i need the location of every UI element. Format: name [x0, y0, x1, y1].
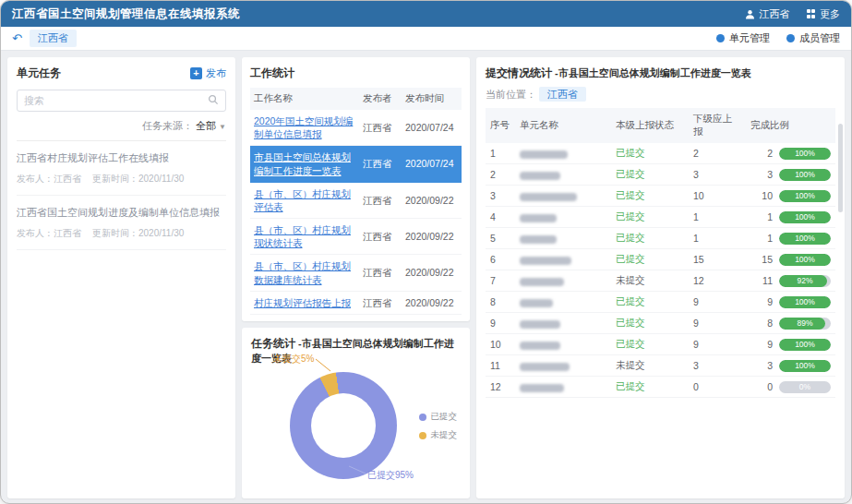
submission-status-panel: 提交情况统计 -市县国土空间总体规划编制工作进度一览表 当前位置： 江西省 序号… [476, 57, 845, 498]
back-icon[interactable]: ↶ [12, 31, 22, 45]
submission-table: 序号单元名称本级上报状态下级应上报完成比例 1已提交22100%2已提交3310… [486, 108, 835, 398]
work-date-cell: 2020/09/22 [402, 255, 462, 291]
done-count: 2 [767, 148, 773, 159]
work-item-link[interactable]: 村庄规划评估报告上报 [254, 297, 351, 308]
unit-management-icon [716, 34, 725, 42]
completion-wrap: 10100% [750, 190, 831, 202]
member-management-link[interactable]: 成员管理 [786, 31, 840, 45]
header-actions: 江西省 更多 [745, 7, 841, 21]
member-management-label: 成员管理 [799, 31, 840, 45]
row-number-cell: 8 [486, 292, 515, 313]
due-count-cell: 9 [689, 313, 746, 334]
breadcrumb[interactable]: 江西省 [30, 30, 77, 47]
table-row[interactable]: 市县国土空间总体规划编制工作进度一览表江西省2020/07/24 [250, 146, 462, 182]
due-count-cell: 3 [689, 164, 746, 186]
search-icon[interactable] [208, 92, 219, 109]
search-input[interactable] [24, 95, 208, 106]
progress-label: 100% [779, 148, 831, 160]
row-number-cell: 1 [486, 143, 515, 164]
work-item-link[interactable]: 市县国土空间总体规划编制工作进度一览表 [254, 151, 351, 175]
completion-wrap: 9100% [750, 339, 831, 351]
table-row[interactable]: 5已提交11100% [486, 228, 835, 249]
publish-button[interactable]: + 发布 [190, 66, 226, 80]
work-publisher-cell: 江西省 [359, 291, 402, 314]
table-row[interactable]: 2已提交33100% [486, 164, 835, 186]
column-header: 工作名称 [250, 88, 359, 110]
table-row[interactable]: 11未提交33100% [486, 355, 835, 377]
table-row[interactable]: 7未提交121192% [486, 270, 835, 292]
table-row[interactable]: 6已提交1515100% [486, 249, 835, 270]
unit-name-redacted [520, 257, 571, 265]
work-item-link[interactable]: 县（市、区）村庄规划评估表 [254, 188, 351, 212]
unit-name-redacted [520, 214, 557, 222]
more-menu[interactable]: 更多 [807, 7, 841, 21]
row-number-cell: 6 [486, 249, 515, 270]
table-row[interactable]: 12已提交000% [486, 377, 835, 398]
table-row[interactable]: 8已提交99100% [486, 292, 835, 313]
row-number-cell: 12 [486, 377, 515, 398]
unit-name-redacted [520, 235, 557, 244]
table-row[interactable]: 9已提交9889% [486, 313, 835, 334]
work-item-link[interactable]: 县（市、区）村庄规划现状统计表 [254, 224, 351, 248]
unit-name-cell [515, 143, 611, 164]
chart-callout-unsubmitted: 未提交5% [273, 353, 314, 366]
completion-cell: 2100% [746, 143, 835, 164]
scrollbar[interactable] [838, 124, 843, 212]
work-item-link[interactable]: 县（市、区）村庄规划数据建库统计表 [254, 260, 351, 284]
status-badge: 已提交 [616, 295, 645, 306]
publish-label: 发布 [206, 66, 226, 80]
unit-management-label: 单元管理 [729, 31, 770, 45]
progress-label: 100% [779, 254, 831, 266]
table-row[interactable]: 县（市、区）村庄规划现状统计表江西省2020/09/22 [250, 219, 462, 255]
task-source-select[interactable]: 全部 ▼ [196, 120, 226, 131]
status-cell: 已提交 [611, 228, 689, 249]
submission-status-title: 提交情况统计 -市县国土空间总体规划编制工作进度一览表 [486, 66, 835, 81]
main-area: 单元任务 + 发布 任务来源： 全部 ▼ 江西省村庄规划评估工作在线填报发布人：… [1, 51, 851, 504]
breadcrumb-bar: ↶ 江西省 单元管理 成员管理 [1, 27, 851, 51]
table-row[interactable]: 4已提交11100% [486, 207, 835, 228]
work-publisher-cell: 江西省 [359, 110, 402, 146]
progress-pill: 100% [779, 190, 831, 202]
completion-cell: 1100% [746, 207, 835, 228]
list-item[interactable]: 江西省村庄规划评估工作在线填报发布人：江西省更新时间：2020/11/30 [17, 141, 226, 196]
legend-item[interactable]: 已提交 [419, 411, 458, 423]
work-name-cell: 县（市、区）村庄规划现状统计表 [250, 219, 359, 255]
unit-name-cell [515, 228, 611, 249]
user-menu[interactable]: 江西省 [745, 7, 790, 21]
chart-callout-submitted: 已提交95% [367, 469, 414, 482]
status-cell: 已提交 [611, 207, 689, 228]
table-row[interactable]: 县（市、区）村庄规划评估表江西省2020/09/22 [250, 182, 462, 218]
unit-name-redacted [520, 342, 560, 350]
legend-dot-icon [419, 414, 426, 421]
table-row[interactable]: 县（市、区）村庄规划数据建库统计表江西省2020/09/22 [250, 255, 462, 291]
work-statistics-title: 工作统计 [250, 66, 462, 81]
progress-label: 100% [779, 190, 831, 202]
status-cell: 已提交 [611, 164, 689, 186]
task-title[interactable]: 江西省国土空间规划进度及编制单位信息填报 [17, 206, 226, 221]
work-item-link[interactable]: 2020年国土空间规划编制单位信息填报 [254, 115, 353, 139]
table-row[interactable]: 3已提交1010100% [486, 186, 835, 207]
status-cell: 已提交 [611, 249, 689, 270]
completion-cell: 9100% [746, 292, 835, 313]
list-item[interactable]: 江西省国土空间规划进度及编制单位信息填报发布人：江西省更新时间：2020/11/… [17, 196, 226, 250]
unit-management-link[interactable]: 单元管理 [716, 31, 770, 45]
column-header: 发布者 [359, 88, 402, 110]
legend-item[interactable]: 未提交 [419, 429, 458, 441]
done-count: 1 [767, 211, 773, 222]
status-cell: 已提交 [611, 143, 689, 164]
completion-cell: 9100% [746, 334, 835, 355]
table-row[interactable]: 10已提交99100% [486, 334, 835, 355]
done-count: 8 [767, 318, 773, 329]
status-cell: 已提交 [611, 334, 689, 355]
table-row[interactable]: 村庄规划评估报告上报江西省2020/09/22 [250, 291, 462, 314]
unit-name-cell [515, 186, 611, 207]
table-row[interactable]: 1已提交22100% [486, 143, 835, 164]
unit-name-cell [515, 334, 611, 355]
current-location-value[interactable]: 江西省 [539, 87, 586, 102]
progress-label: 100% [779, 296, 831, 308]
management-links: 单元管理 成员管理 [716, 31, 840, 45]
table-row[interactable]: 2020年国土空间规划编制单位信息填报江西省2020/07/24 [250, 110, 462, 146]
status-cell: 已提交 [611, 292, 689, 313]
task-title[interactable]: 江西省村庄规划评估工作在线填报 [17, 151, 226, 166]
done-count: 1 [767, 233, 773, 244]
